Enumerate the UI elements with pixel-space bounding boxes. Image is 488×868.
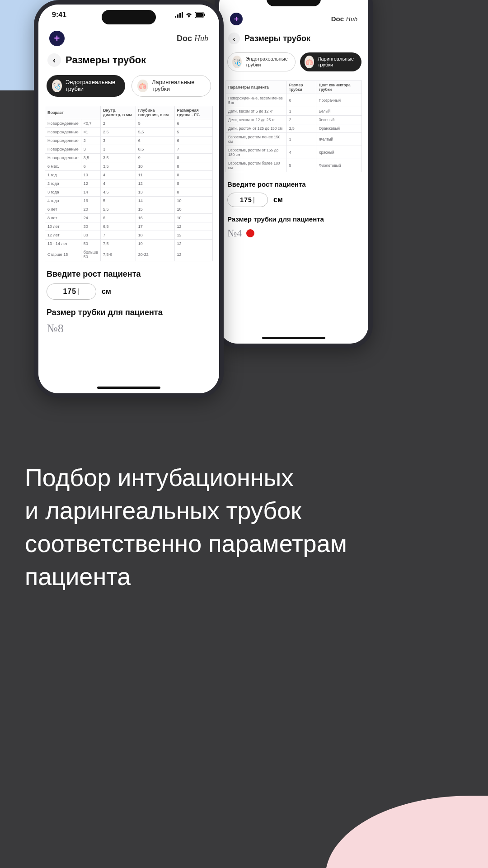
tab-label: Эндотрахеальные трубки [66, 79, 120, 93]
tab-endotracheal[interactable]: 🩺 Эндотрахеальные трубки [47, 75, 125, 97]
svg-rect-0 [175, 16, 176, 18]
phone-mockup-laryngeal: + Doc Hub ‹ Размеры трубок 🩺 Эндотрахеал… [215, 0, 373, 348]
back-button[interactable]: ‹ [47, 53, 61, 67]
table-row: Взрослые, ростом менее 150 см3Желтый [226, 133, 362, 146]
tab-endotracheal[interactable]: 🩺 Эндотрахеальные трубки [227, 52, 296, 71]
battery-icon [195, 12, 206, 18]
table-row: Взрослые, ростом более 180 см5Фиолетовый [226, 159, 362, 172]
height-input[interactable]: 175| [47, 283, 96, 300]
table-row: 8 лет2461610 [45, 213, 213, 222]
laryngeal-table: Параметры пациента Размер трубки Цвет ко… [225, 80, 362, 172]
svg-rect-1 [177, 14, 178, 18]
table-row: Новорожденные<12,55,55 [45, 127, 213, 136]
tab-label: Ларингеальные трубки [152, 79, 205, 93]
marketing-headline: Подбор интубационных и ларингеальных тру… [25, 461, 450, 593]
app-brand: Doc Hub [331, 15, 357, 23]
tube-icon: 🫁 [305, 56, 314, 68]
table-row: 3 года144,5138 [45, 188, 213, 196]
status-icons [175, 12, 206, 18]
height-unit: см [102, 288, 111, 296]
table-row: 10 лет306,51712 [45, 222, 213, 231]
table-row: Новорожденные<0,7256 [45, 119, 213, 127]
app-logo: + [230, 13, 243, 25]
tab-label: Ларингеальные трубки [318, 56, 357, 67]
app-brand: Doc Hub [177, 34, 208, 43]
tab-laryngeal[interactable]: 🫁 Ларингеальные трубки [131, 75, 211, 97]
result-value: №8 [47, 322, 64, 335]
tube-icon: 🩺 [232, 56, 242, 68]
table-row: Дети, ростом от 125 до 150 см2,5Оранжевы… [226, 124, 362, 133]
endotracheal-table: Возраст Внутр. диаметр, в мм Глубина вве… [45, 106, 213, 261]
table-row: Дети, весом от 12 до 25 кг2Зеленый [226, 116, 362, 124]
table-row: Новорожденные338,57 [45, 145, 213, 153]
table-row: 12 лет3871812 [45, 231, 213, 239]
result-label: Размер трубки для пациента [47, 308, 211, 317]
phone-mockup-endotracheal: 9:41 + Doc Hub ‹ Размеры трубок 🩺 [34, 0, 224, 398]
page-title: Размеры трубок [244, 34, 310, 43]
table-row: Взрослые, ростом от 155 до 180 см4Красны… [226, 146, 362, 159]
page-title: Размеры трубок [66, 54, 146, 66]
table-row: Старше 15больше 507,5-920-2212 [45, 248, 213, 261]
tube-icon: 🩺 [52, 80, 62, 92]
table-row: Новорожденные, весом менее 5 кг0Прозрачн… [226, 94, 362, 107]
table-row: Новорожденные2366 [45, 136, 213, 145]
chevron-left-icon: ‹ [53, 56, 56, 65]
wifi-icon [185, 12, 192, 18]
tab-label: Эндотрахеальные трубки [245, 56, 291, 67]
table-row: 6 лет205,51510 [45, 205, 213, 213]
back-button[interactable]: ‹ [228, 33, 240, 44]
cellular-icon [175, 12, 183, 18]
tab-laryngeal[interactable]: 🫁 Ларингеальные трубки [300, 52, 361, 71]
svg-rect-2 [179, 13, 181, 18]
table-row: 4 года1651410 [45, 196, 213, 205]
enter-height-label: Введите рост пациента [47, 269, 211, 279]
table-row: Новорожденные3,53,598 [45, 153, 213, 162]
tube-icon: 🫁 [137, 80, 148, 92]
table-row: 1 год104118 [45, 170, 213, 179]
table-row: 2 года124128 [45, 179, 213, 188]
app-logo: + [49, 31, 65, 46]
height-unit: см [273, 196, 283, 204]
table-row: 13 - 14 лет507,51912 [45, 239, 213, 248]
result-label: Размер трубки для пациента [227, 215, 360, 223]
enter-height-label: Введите рост пациента [227, 180, 360, 188]
chevron-left-icon: ‹ [233, 35, 235, 42]
table-row: 6 мес.63,5108 [45, 162, 213, 170]
result-value: №4 [227, 227, 242, 239]
svg-rect-6 [204, 14, 205, 16]
red-dot-icon [246, 229, 254, 237]
height-input[interactable]: 175| [227, 193, 268, 207]
svg-rect-3 [182, 12, 183, 18]
table-row: Дети, весом от 5 до 12 кг1Белый [226, 107, 362, 116]
status-time: 9:41 [52, 11, 66, 19]
svg-rect-5 [196, 13, 203, 17]
